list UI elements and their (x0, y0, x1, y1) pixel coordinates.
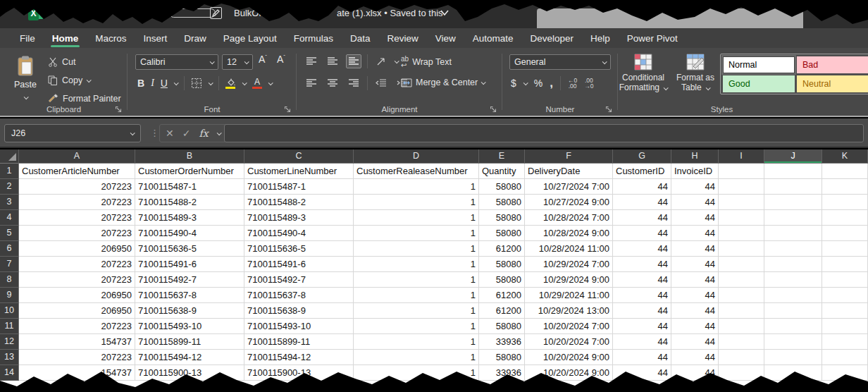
cell-G10[interactable]: 44 (613, 303, 671, 319)
format-painter-button[interactable]: Format Painter (48, 92, 121, 106)
font-size-combobox[interactable]: 12 (222, 54, 253, 70)
cell-D4[interactable]: 1 (354, 210, 479, 226)
align-left-button[interactable] (304, 76, 319, 90)
merge-center-dropdown[interactable] (481, 80, 486, 85)
alignment-dialog-launcher-icon[interactable] (490, 106, 497, 113)
cell-J1[interactable] (764, 164, 822, 179)
cell-I3[interactable] (719, 195, 764, 210)
cell-F1[interactable]: DeliveryDate (525, 164, 613, 179)
column-header-I[interactable]: I (719, 149, 764, 164)
cell-F8[interactable]: 10/29/2024 9:00 (525, 272, 613, 288)
cell-E8[interactable]: 58080 (479, 272, 525, 288)
cell-G11[interactable]: 44 (613, 319, 671, 334)
row-header-8[interactable]: 8 (0, 272, 19, 288)
cell-C7[interactable]: 7100115491-6 (244, 257, 354, 272)
cell-G4[interactable]: 44 (613, 210, 671, 226)
clipboard-dialog-launcher-icon[interactable] (115, 106, 122, 113)
cell-G9[interactable]: 44 (613, 288, 671, 303)
cell-G5[interactable]: 44 (613, 226, 671, 241)
cell-B10[interactable]: 7100115638-9 (135, 303, 244, 319)
name-box[interactable]: J26 (4, 124, 141, 142)
column-header-F[interactable]: F (525, 149, 613, 164)
cell-B5[interactable]: 7100115490-4 (135, 226, 244, 241)
cell-F6[interactable]: 10/28/2024 11:00 (525, 241, 613, 257)
font-name-combobox[interactable]: Calibri (135, 54, 218, 70)
tab-page-layout[interactable]: Page Layout (215, 28, 285, 48)
cell-E7[interactable]: 58080 (479, 257, 525, 272)
cell-D5[interactable]: 1 (354, 226, 479, 241)
row-header-9[interactable]: 9 (0, 288, 19, 303)
cell-B7[interactable]: 7100115491-6 (135, 257, 244, 272)
center-button[interactable] (325, 76, 340, 90)
tab-help[interactable]: Help (582, 28, 619, 48)
cell-E10[interactable]: 61200 (479, 303, 525, 319)
tab-review[interactable]: Review (378, 28, 426, 48)
cell-F5[interactable]: 10/28/2024 9:00 (525, 226, 613, 241)
name-box-dropdown[interactable] (130, 130, 135, 135)
cell-G13[interactable]: 44 (613, 350, 671, 365)
cell-K12[interactable] (822, 334, 868, 350)
borders-dropdown[interactable] (209, 80, 213, 85)
align-right-button[interactable] (346, 76, 361, 90)
cell-H12[interactable]: 44 (671, 334, 719, 350)
cell-J3[interactable] (764, 195, 822, 210)
cell-K11[interactable] (822, 319, 868, 334)
cell-B11[interactable]: 7100115493-10 (135, 319, 244, 334)
cell-C1[interactable]: CustomerLineNumber (244, 164, 354, 179)
bold-button[interactable]: B (137, 78, 144, 89)
cell-B1[interactable]: CustomerOrderNumber (135, 164, 244, 179)
row-header-6[interactable]: 6 (0, 241, 19, 257)
cell-J12[interactable] (764, 334, 822, 350)
comma-style-button[interactable]: , (550, 80, 553, 87)
cell-F10[interactable]: 10/29/2024 13:00 (525, 303, 613, 319)
cell-H4[interactable]: 44 (671, 210, 719, 226)
tab-automate[interactable]: Automate (464, 28, 522, 48)
cell-H2[interactable]: 44 (671, 179, 719, 195)
cell-A5[interactable]: 207223 (19, 226, 135, 241)
cell-G3[interactable]: 44 (613, 195, 671, 210)
percent-style-button[interactable]: % (534, 78, 542, 89)
tab-view[interactable]: View (427, 28, 464, 48)
cell-B4[interactable]: 7100115489-3 (135, 210, 244, 226)
cell-I4[interactable] (719, 210, 764, 226)
cell-G12[interactable]: 44 (613, 334, 671, 350)
row-header-14[interactable]: 14 (0, 365, 19, 381)
cell-J10[interactable] (764, 303, 822, 319)
font-color-button[interactable]: A (252, 78, 262, 89)
wrap-text-button[interactable]: ab↩ Wrap Text (401, 56, 452, 68)
insert-function-button[interactable]: fx (199, 128, 208, 139)
cell-I6[interactable] (719, 241, 764, 257)
cell-I1[interactable] (719, 164, 764, 179)
column-header-D[interactable]: D (354, 149, 479, 164)
cell-C2[interactable]: 7100115487-1 (244, 179, 354, 195)
column-header-C[interactable]: C (244, 149, 354, 164)
cell-K10[interactable] (822, 303, 868, 319)
font-color-dropdown[interactable] (268, 80, 273, 85)
cell-C6[interactable]: 7100115636-5 (244, 241, 354, 257)
cell-E14[interactable]: 33936 (479, 365, 525, 381)
cell-K6[interactable] (822, 241, 868, 257)
cell-D9[interactable]: 1 (354, 288, 479, 303)
merge-center-button[interactable]: Merge & Center (401, 78, 485, 87)
cell-B13[interactable]: 7100115494-12 (135, 350, 244, 365)
tab-macros[interactable]: Macros (87, 28, 135, 48)
cell-A8[interactable]: 207223 (19, 272, 135, 288)
cell-I11[interactable] (719, 319, 764, 334)
cell-A10[interactable]: 206950 (19, 303, 135, 319)
cell-I9[interactable] (719, 288, 764, 303)
cell-D14[interactable]: 1 (354, 365, 479, 381)
cell-D2[interactable]: 1 (354, 179, 479, 195)
column-header-A[interactable]: A (19, 149, 135, 164)
cell-A9[interactable]: 206950 (19, 288, 135, 303)
cancel-button[interactable]: ✕ (166, 128, 174, 139)
cell-C4[interactable]: 7100115489-3 (244, 210, 354, 226)
number-format-combobox[interactable]: General (509, 54, 611, 70)
tab-formulas[interactable]: Formulas (285, 28, 342, 48)
cell-J4[interactable] (764, 210, 822, 226)
style-normal[interactable]: Normal (723, 56, 795, 73)
search-box[interactable] (537, 8, 803, 28)
borders-icon[interactable] (191, 78, 202, 89)
cell-D10[interactable]: 1 (354, 303, 479, 319)
cell-E2[interactable]: 58080 (479, 179, 525, 195)
cell-J5[interactable] (764, 226, 822, 241)
